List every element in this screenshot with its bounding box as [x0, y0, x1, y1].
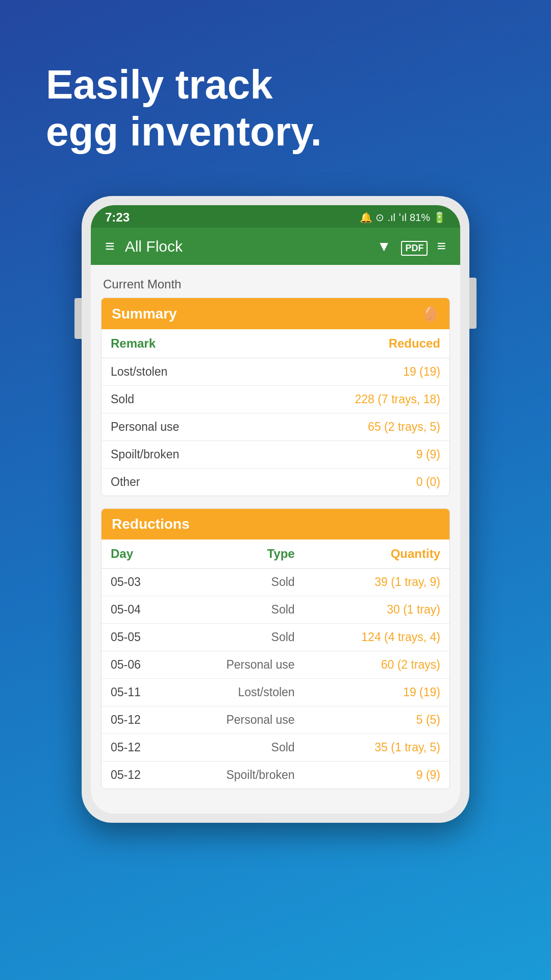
signal-icon: .ıl [387, 212, 395, 224]
reduction-quantity: 124 (4 trays, 4) [304, 624, 449, 651]
summary-table-header: Remark Reduced [102, 329, 449, 358]
table-row: Sold 228 (7 trays, 18) [102, 386, 449, 413]
phone-frame: 7:23 🔔 ⊙ .ıl ꞌıl 81% 🔋 ≡ All Flock ▼ PDF [82, 196, 469, 823]
reduction-type: Sold [174, 596, 304, 624]
wifi-icon: ⊙ [375, 211, 384, 224]
reduction-quantity: 30 (1 tray) [304, 596, 449, 624]
section-label: Current Month [101, 277, 450, 291]
dropdown-icon[interactable]: ▼ [377, 238, 391, 255]
summary-header: Summary 🥚 [102, 298, 449, 329]
table-row: 05-04 Sold 30 (1 tray) [102, 596, 449, 624]
col-remark: Remark [102, 329, 260, 358]
reduction-day: 05-11 [102, 679, 174, 706]
reduction-day: 05-12 [102, 734, 174, 762]
summary-label: Spoilt/broken [102, 441, 260, 469]
reduction-type: Lost/stolen [174, 679, 304, 706]
battery-text: 81% [410, 212, 430, 224]
status-time: 7:23 [105, 210, 130, 225]
content-area: Current Month Summary 🥚 Remark Reduced [91, 265, 460, 814]
table-row: 05-06 Personal use 60 (2 trays) [102, 651, 449, 679]
reduction-quantity: 9 (9) [304, 762, 449, 789]
table-row: Other 0 (0) [102, 469, 449, 496]
table-row: 05-11 Lost/stolen 19 (19) [102, 679, 449, 706]
reductions-card: Reductions Day Type Quantity 05-03 S [101, 508, 450, 789]
hero-section: Easily track egg inventory. [0, 0, 551, 186]
reductions-header: Reductions [102, 509, 449, 540]
reductions-table-header: Day Type Quantity [102, 540, 449, 569]
summary-table: Remark Reduced Lost/stolen 19 (19) Sold … [102, 329, 449, 496]
table-row: 05-05 Sold 124 (4 trays, 4) [102, 624, 449, 651]
signal2-icon: ꞌıl [398, 211, 407, 224]
col-reduced: Reduced [260, 329, 449, 358]
table-row: Spoilt/broken 9 (9) [102, 441, 449, 469]
reduction-day: 05-05 [102, 624, 174, 651]
reduction-quantity: 60 (2 trays) [304, 651, 449, 679]
filter-icon[interactable]: ≡ [437, 237, 446, 256]
summary-value: 19 (19) [260, 358, 449, 386]
summary-title: Summary [112, 306, 177, 322]
pdf-button[interactable]: PDF [401, 237, 428, 256]
summary-card: Summary 🥚 Remark Reduced Lost/stolen 19 [101, 298, 450, 496]
hero-line2: egg inventory. [46, 109, 322, 154]
col-type: Type [174, 540, 304, 569]
phone-screen: 7:23 🔔 ⊙ .ıl ꞌıl 81% 🔋 ≡ All Flock ▼ PDF [91, 205, 460, 814]
table-row: 05-12 Spoilt/broken 9 (9) [102, 762, 449, 789]
reduction-type: Spoilt/broken [174, 762, 304, 789]
reduction-type: Personal use [174, 651, 304, 679]
table-row: Lost/stolen 19 (19) [102, 358, 449, 386]
reduction-day: 05-04 [102, 596, 174, 624]
battery-icon: 🔋 [433, 211, 446, 224]
summary-label: Sold [102, 386, 260, 413]
reduction-type: Sold [174, 569, 304, 596]
reduction-day: 05-12 [102, 762, 174, 789]
reduction-quantity: 19 (19) [304, 679, 449, 706]
table-row: 05-12 Sold 35 (1 tray, 5) [102, 734, 449, 762]
hero-text: Easily track egg inventory. [46, 61, 505, 155]
hero-line1: Easily track [46, 62, 273, 107]
app-bar: ≡ All Flock ▼ PDF ≡ [91, 228, 460, 265]
reduction-type: Sold [174, 624, 304, 651]
status-icons: 🔔 ⊙ .ıl ꞌıl 81% 🔋 [360, 211, 446, 224]
col-day: Day [102, 540, 174, 569]
reductions-table: Day Type Quantity 05-03 Sold 39 (1 tray,… [102, 540, 449, 789]
summary-value: 0 (0) [260, 469, 449, 496]
summary-label: Other [102, 469, 260, 496]
reductions-title: Reductions [112, 516, 189, 532]
reduction-day: 05-03 [102, 569, 174, 596]
app-title: All Flock [125, 238, 367, 255]
summary-label: Personal use [102, 413, 260, 441]
col-quantity: Quantity [304, 540, 449, 569]
reduction-day: 05-06 [102, 651, 174, 679]
reduction-day: 05-12 [102, 706, 174, 734]
table-row: 05-03 Sold 39 (1 tray, 9) [102, 569, 449, 596]
table-row: 05-12 Personal use 5 (5) [102, 706, 449, 734]
app-bar-actions: PDF ≡ [401, 237, 446, 256]
reduction-type: Sold [174, 734, 304, 762]
menu-icon[interactable]: ≡ [105, 237, 115, 256]
reduction-quantity: 39 (1 tray, 9) [304, 569, 449, 596]
table-row: Personal use 65 (2 trays, 5) [102, 413, 449, 441]
reduction-quantity: 35 (1 tray, 5) [304, 734, 449, 762]
reduction-quantity: 5 (5) [304, 706, 449, 734]
phone-mockup: 7:23 🔔 ⊙ .ıl ꞌıl 81% 🔋 ≡ All Flock ▼ PDF [0, 186, 551, 853]
status-bar: 7:23 🔔 ⊙ .ıl ꞌıl 81% 🔋 [91, 205, 460, 228]
alarm-icon: 🔔 [360, 211, 372, 224]
summary-value: 228 (7 trays, 18) [260, 386, 449, 413]
reduction-type: Personal use [174, 706, 304, 734]
summary-icon: 🥚 [421, 305, 439, 322]
summary-value: 9 (9) [260, 441, 449, 469]
summary-label: Lost/stolen [102, 358, 260, 386]
summary-value: 65 (2 trays, 5) [260, 413, 449, 441]
